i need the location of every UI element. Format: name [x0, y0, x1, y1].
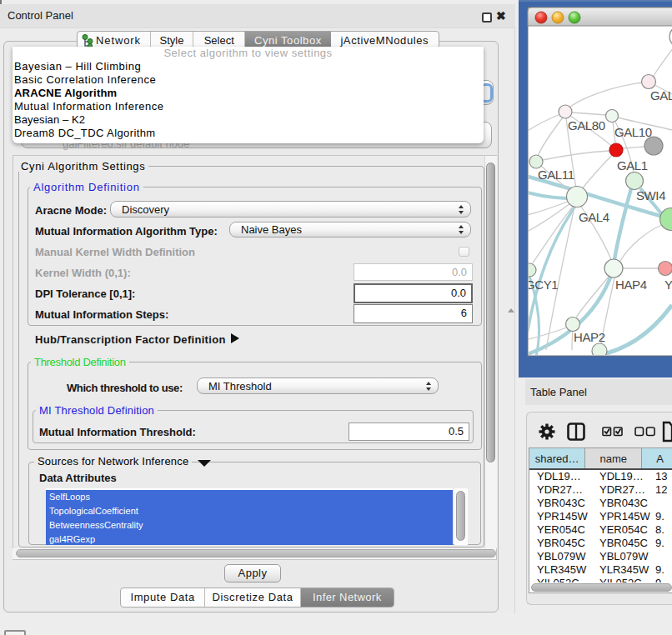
svg-text:Y: Y: [664, 278, 672, 292]
svg-text:SWI4: SWI4: [636, 188, 665, 202]
svg-text:GAL10: GAL10: [614, 125, 652, 139]
svg-text:GAL8: GAL8: [650, 88, 672, 102]
svg-text:GCY1: GCY1: [525, 278, 558, 292]
svg-text:HAP4: HAP4: [615, 278, 647, 292]
svg-text:GAL4: GAL4: [579, 210, 609, 224]
svg-text:GAL11: GAL11: [538, 168, 574, 182]
svg-text:GAL1: GAL1: [617, 158, 648, 172]
svg-text:HAP2: HAP2: [574, 330, 605, 344]
svg-text:GAL80: GAL80: [568, 118, 605, 132]
